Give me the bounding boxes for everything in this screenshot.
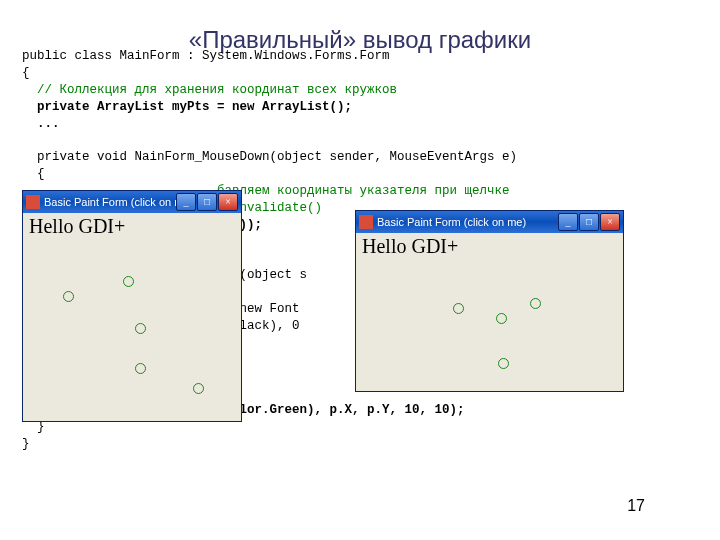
client-area-2[interactable]: Hello GDI+ [358,233,621,389]
window-title: Basic Paint Form (click on me) [377,216,558,228]
green-circle [63,291,74,302]
code-line: private void NainForm_MouseDown(object s… [22,150,517,164]
hello-text: Hello GDI+ [29,215,125,238]
window-title: Basic Paint Form (click on me) [44,196,176,208]
titlebar[interactable]: Basic Paint Form (click on me) _ □ × [356,211,623,233]
code-line: { [22,66,30,80]
paint-window-1: Basic Paint Form (click on me) _ □ × Hel… [22,190,242,422]
green-circle [123,276,134,287]
green-circle [453,303,464,314]
client-area-1[interactable]: Hello GDI+ [25,213,239,419]
code-line-bold: private ArrayList myPts = new ArrayList(… [22,100,352,114]
paint-window-2: Basic Paint Form (click on me) _ □ × Hel… [355,210,624,392]
maximize-button[interactable]: □ [197,193,217,211]
code-line: { [22,167,45,181]
titlebar[interactable]: Basic Paint Form (click on me) _ □ × [23,191,241,213]
code-line: } [22,437,30,451]
code-line: } [22,420,45,434]
code-comment: // Коллекция для хранения координат всех… [22,83,397,97]
green-circle [135,323,146,334]
minimize-button[interactable]: _ [176,193,196,211]
maximize-button[interactable]: □ [579,213,599,231]
app-icon [26,195,40,209]
code-line: public class MainForm : System.Windows.F… [22,49,390,63]
close-button[interactable]: × [600,213,620,231]
green-circle [496,313,507,324]
green-circle [498,358,509,369]
minimize-button[interactable]: _ [558,213,578,231]
green-circle [193,383,204,394]
green-circle [530,298,541,309]
green-circle [135,363,146,374]
hello-text: Hello GDI+ [362,235,458,258]
code-line-bold: ... [22,117,60,131]
app-icon [359,215,373,229]
page-number: 17 [627,497,645,515]
close-button[interactable]: × [218,193,238,211]
